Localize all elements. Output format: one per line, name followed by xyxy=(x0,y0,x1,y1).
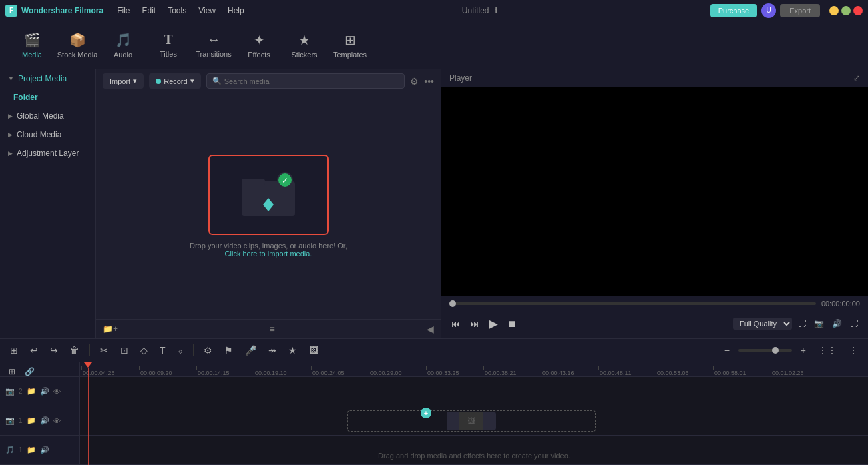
collapse-panel-icon[interactable]: ◀ xyxy=(427,324,434,334)
settings-button[interactable]: ⚙ xyxy=(200,343,216,358)
app-name: Wondershare Filmora xyxy=(21,6,103,15)
folder-icon-t1[interactable]: 📁 xyxy=(27,416,36,425)
menu-view[interactable]: View xyxy=(193,4,221,17)
sidebar-item-cloud-media[interactable]: ▶ Cloud Media xyxy=(0,125,95,144)
text-button[interactable]: T xyxy=(156,343,169,358)
close-button[interactable] xyxy=(853,6,863,15)
minimize-button[interactable] xyxy=(829,6,839,15)
eye-icon-t2[interactable]: 👁 xyxy=(53,388,61,396)
ruler-mark-11: 00:00:58:01 xyxy=(713,366,771,376)
folder-icon-a1[interactable]: 📁 xyxy=(27,446,36,454)
more-options-button[interactable]: ⋮⋮ xyxy=(815,343,840,358)
media-add-button[interactable]: 🖼 xyxy=(306,343,322,358)
new-folder-icon[interactable]: 📁+ xyxy=(103,324,118,334)
transitions-add-button[interactable]: ↠ xyxy=(265,343,280,358)
sidebar-item-project-media[interactable]: ▼ Project Media xyxy=(0,69,95,88)
purchase-button[interactable]: Purchase xyxy=(710,4,757,17)
import-link[interactable]: Click here to import media. xyxy=(225,250,312,258)
track-row-video-1: 🖼 + xyxy=(80,406,868,436)
sidebar-item-global-media[interactable]: ▶ Global Media xyxy=(0,107,95,125)
info-icon[interactable]: ℹ xyxy=(495,6,498,15)
redo-button[interactable]: ↪ xyxy=(47,343,61,358)
volume-icon-a1[interactable]: 🔊 xyxy=(40,446,49,454)
volume-icon-t1[interactable]: 🔊 xyxy=(40,416,49,425)
export-button[interactable]: Export xyxy=(780,4,820,17)
clip-drop-zone[interactable]: 🖼 xyxy=(347,410,596,432)
folder-icon-t2[interactable]: 📁 xyxy=(27,387,36,396)
timeline-layout-button[interactable]: ⊞ xyxy=(7,343,21,358)
maximize-button[interactable] xyxy=(841,6,851,15)
timeline-expand-button[interactable]: ⋮ xyxy=(845,343,861,358)
crop-button[interactable]: ⊡ xyxy=(117,343,132,358)
effects-add-button[interactable]: ★ xyxy=(285,343,300,358)
playhead-line xyxy=(88,368,89,465)
fullscreen-button[interactable]: ⛶ xyxy=(848,317,860,330)
menu-file[interactable]: File xyxy=(112,4,135,17)
zoom-handle[interactable] xyxy=(772,347,779,354)
track-labels: ⊞ 🔗 📷 2 📁 🔊 👁 📷 1 📁 🔊 👁 🎵 1 xyxy=(0,362,80,465)
toolbar-label-transitions: Transitions xyxy=(196,50,231,58)
menu-tools[interactable]: Tools xyxy=(162,4,192,17)
toolbar-item-templates[interactable]: ⊞ Templates xyxy=(329,25,371,65)
add-track-button[interactable]: ⊞ xyxy=(5,365,19,378)
stop-button[interactable]: ⏹ xyxy=(505,316,519,331)
undo-button[interactable]: ↩ xyxy=(27,343,41,358)
eye-icon-t1[interactable]: 👁 xyxy=(53,417,61,425)
project-title: Untitled xyxy=(462,6,489,15)
zoom-slider[interactable] xyxy=(738,349,792,352)
drop-zone[interactable]: ✓ xyxy=(208,155,329,235)
fit-screen-button[interactable]: ⛶ xyxy=(796,317,808,330)
keyframe-button[interactable]: ⬦ xyxy=(174,343,186,358)
search-input[interactable] xyxy=(224,77,399,85)
sidebar-item-folder[interactable]: Folder xyxy=(0,88,95,107)
filter-icon[interactable]: ⚙ xyxy=(410,76,419,87)
window-controls xyxy=(829,6,863,15)
split-button[interactable]: ✂ xyxy=(97,343,112,358)
step-forward-button[interactable]: ⏭ xyxy=(468,316,481,331)
toolbar-item-transitions[interactable]: ↔ Transitions xyxy=(192,25,235,65)
record-button[interactable]: Record ▾ xyxy=(149,73,200,89)
link-button[interactable]: 🔗 xyxy=(21,365,38,378)
volume-icon-t2[interactable]: 🔊 xyxy=(40,387,49,396)
rewind-button[interactable]: ⏮ xyxy=(449,316,463,331)
snapshot-button[interactable]: 📷 xyxy=(812,317,826,330)
volume-button[interactable]: 🔊 xyxy=(830,317,844,330)
audio-track-icon-1: 🎵 xyxy=(5,446,15,454)
import-button[interactable]: Import ▾ xyxy=(103,73,144,89)
toolbar-item-effects[interactable]: ✦ Effects xyxy=(238,25,280,65)
drag-drop-text: Drag and drop media and effects here to … xyxy=(80,452,868,460)
delete-button[interactable]: 🗑 xyxy=(67,343,83,358)
playhead[interactable] xyxy=(88,362,89,465)
menu-edit[interactable]: Edit xyxy=(136,4,161,17)
add-clip-button[interactable]: + xyxy=(421,408,431,418)
toolbar-item-stickers[interactable]: ★ Stickers xyxy=(283,25,326,65)
player-expand-icon[interactable]: ⤢ xyxy=(853,73,860,83)
record-dot-icon xyxy=(156,79,161,84)
sidebar-label-adjustment-layer: Adjustment Layer xyxy=(17,149,79,158)
avatar[interactable]: U xyxy=(761,3,776,18)
toolbar-item-media[interactable]: 🎬 Media xyxy=(11,25,53,65)
menu-help[interactable]: Help xyxy=(222,4,250,17)
zoom-in-button[interactable]: + xyxy=(797,343,809,358)
toolbar-item-stock-media[interactable]: 📦 Stock Media xyxy=(56,25,99,65)
sidebar-item-adjustment-layer[interactable]: ▶ Adjustment Layer xyxy=(0,144,95,163)
toolbar-separator-2 xyxy=(193,344,194,356)
scrubber-track[interactable] xyxy=(449,302,816,305)
mic-button[interactable]: 🎤 xyxy=(242,343,260,358)
zoom-out-button[interactable]: − xyxy=(721,343,733,358)
ruler-mark-2: 00:00:14:15 xyxy=(196,366,254,376)
flag-button[interactable]: ⚑ xyxy=(221,343,236,358)
scrubber-handle[interactable] xyxy=(449,300,456,307)
titles-icon: T xyxy=(164,32,172,47)
more-icon[interactable]: ••• xyxy=(424,76,434,87)
toolbar-item-titles[interactable]: T Titles xyxy=(147,25,190,65)
audio-icon: 🎵 xyxy=(115,32,132,48)
quality-select[interactable]: Full Quality 1/2 Quality 1/4 Quality xyxy=(733,318,792,330)
search-box[interactable]: 🔍 xyxy=(206,73,405,89)
play-button[interactable]: ▶ xyxy=(487,314,500,333)
mask-button[interactable]: ◇ xyxy=(137,343,151,358)
import-label: Import xyxy=(110,77,130,85)
toolbar-label-stock-media: Stock Media xyxy=(57,51,98,59)
toolbar-item-audio[interactable]: 🎵 Audio xyxy=(101,25,144,65)
list-view-icon[interactable]: ≡ xyxy=(269,324,274,334)
